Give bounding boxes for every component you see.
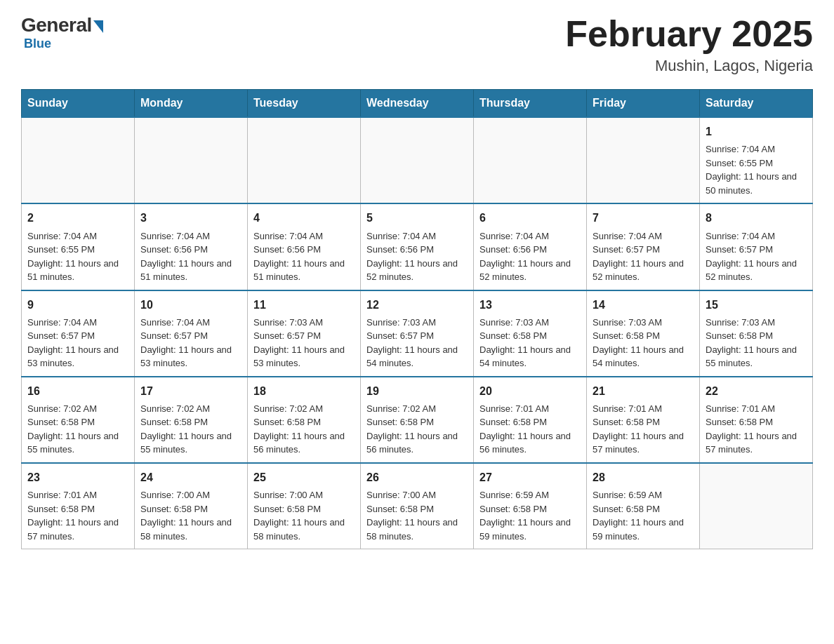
day-info: Sunrise: 7:04 AMSunset: 6:55 PMDaylight:…	[27, 229, 128, 284]
calendar-cell: 26Sunrise: 7:00 AMSunset: 6:58 PMDayligh…	[361, 463, 474, 549]
day-number: 6	[479, 210, 581, 226]
day-number: 15	[706, 297, 807, 313]
day-info: Sunrise: 7:04 AMSunset: 6:57 PMDaylight:…	[593, 229, 694, 284]
calendar-cell: 5Sunrise: 7:04 AMSunset: 6:56 PMDaylight…	[361, 203, 474, 290]
calendar-cell: 1Sunrise: 7:04 AMSunset: 6:55 PMDaylight…	[700, 117, 813, 203]
day-info: Sunrise: 7:01 AMSunset: 6:58 PMDaylight:…	[593, 402, 694, 457]
weekday-header-friday: Friday	[587, 90, 700, 118]
page-header: General Blue February 2025 Mushin, Lagos…	[21, 14, 813, 75]
weekday-header-wednesday: Wednesday	[361, 90, 474, 118]
day-number: 7	[593, 210, 694, 226]
day-info: Sunrise: 7:04 AMSunset: 6:57 PMDaylight:…	[27, 316, 128, 370]
logo: General Blue	[21, 14, 103, 51]
weekday-header-monday: Monday	[135, 90, 248, 118]
day-number: 3	[140, 210, 241, 226]
day-number: 13	[479, 297, 581, 313]
calendar-cell: 11Sunrise: 7:03 AMSunset: 6:57 PMDayligh…	[248, 290, 361, 377]
calendar-cell: 15Sunrise: 7:03 AMSunset: 6:58 PMDayligh…	[700, 290, 813, 377]
day-info: Sunrise: 7:02 AMSunset: 6:58 PMDaylight:…	[140, 402, 241, 457]
day-info: Sunrise: 7:03 AMSunset: 6:58 PMDaylight:…	[479, 316, 581, 370]
week-row-4: 16Sunrise: 7:02 AMSunset: 6:58 PMDayligh…	[22, 377, 813, 463]
calendar-cell: 20Sunrise: 7:01 AMSunset: 6:58 PMDayligh…	[474, 377, 587, 463]
day-info: Sunrise: 6:59 AMSunset: 6:58 PMDaylight:…	[593, 488, 694, 543]
day-info: Sunrise: 7:01 AMSunset: 6:58 PMDaylight:…	[479, 402, 581, 457]
calendar-cell	[587, 117, 700, 203]
day-number: 24	[140, 469, 241, 485]
calendar-cell	[700, 463, 813, 549]
day-number: 8	[706, 210, 807, 226]
calendar-cell: 6Sunrise: 7:04 AMSunset: 6:56 PMDaylight…	[474, 203, 587, 290]
day-info: Sunrise: 7:04 AMSunset: 6:57 PMDaylight:…	[706, 229, 807, 284]
calendar-cell: 28Sunrise: 6:59 AMSunset: 6:58 PMDayligh…	[587, 463, 700, 549]
calendar-cell: 9Sunrise: 7:04 AMSunset: 6:57 PMDaylight…	[22, 290, 135, 377]
day-number: 19	[366, 383, 468, 399]
day-number: 27	[479, 469, 581, 485]
day-info: Sunrise: 7:03 AMSunset: 6:57 PMDaylight:…	[253, 316, 355, 370]
week-row-3: 9Sunrise: 7:04 AMSunset: 6:57 PMDaylight…	[22, 290, 813, 377]
calendar-cell: 24Sunrise: 7:00 AMSunset: 6:58 PMDayligh…	[135, 463, 248, 549]
calendar-cell: 18Sunrise: 7:02 AMSunset: 6:58 PMDayligh…	[248, 377, 361, 463]
day-info: Sunrise: 7:01 AMSunset: 6:58 PMDaylight:…	[706, 402, 807, 457]
day-number: 20	[479, 383, 581, 399]
calendar-cell: 22Sunrise: 7:01 AMSunset: 6:58 PMDayligh…	[700, 377, 813, 463]
calendar-cell: 19Sunrise: 7:02 AMSunset: 6:58 PMDayligh…	[361, 377, 474, 463]
title-block: February 2025 Mushin, Lagos, Nigeria	[565, 14, 813, 75]
day-number: 14	[593, 297, 694, 313]
calendar-table: SundayMondayTuesdayWednesdayThursdayFrid…	[21, 89, 813, 549]
day-number: 5	[366, 210, 468, 226]
week-row-2: 2Sunrise: 7:04 AMSunset: 6:55 PMDaylight…	[22, 203, 813, 290]
day-info: Sunrise: 7:02 AMSunset: 6:58 PMDaylight:…	[366, 402, 468, 457]
day-info: Sunrise: 7:00 AMSunset: 6:58 PMDaylight:…	[140, 488, 241, 543]
calendar-cell: 3Sunrise: 7:04 AMSunset: 6:56 PMDaylight…	[135, 203, 248, 290]
calendar-cell: 16Sunrise: 7:02 AMSunset: 6:58 PMDayligh…	[22, 377, 135, 463]
day-number: 1	[706, 123, 807, 140]
calendar-cell: 21Sunrise: 7:01 AMSunset: 6:58 PMDayligh…	[587, 377, 700, 463]
day-number: 17	[140, 383, 241, 399]
day-number: 10	[140, 297, 241, 313]
calendar-cell	[248, 117, 361, 203]
location-text: Mushin, Lagos, Nigeria	[565, 57, 813, 75]
weekday-header-row: SundayMondayTuesdayWednesdayThursdayFrid…	[22, 90, 813, 118]
calendar-cell: 27Sunrise: 6:59 AMSunset: 6:58 PMDayligh…	[474, 463, 587, 549]
calendar-cell: 23Sunrise: 7:01 AMSunset: 6:58 PMDayligh…	[22, 463, 135, 549]
day-number: 18	[253, 383, 355, 399]
day-info: Sunrise: 7:04 AMSunset: 6:56 PMDaylight:…	[140, 229, 241, 284]
week-row-5: 23Sunrise: 7:01 AMSunset: 6:58 PMDayligh…	[22, 463, 813, 549]
day-info: Sunrise: 7:01 AMSunset: 6:58 PMDaylight:…	[27, 488, 128, 543]
calendar-cell	[474, 117, 587, 203]
day-info: Sunrise: 7:02 AMSunset: 6:58 PMDaylight:…	[27, 402, 128, 457]
day-info: Sunrise: 7:00 AMSunset: 6:58 PMDaylight:…	[253, 488, 355, 543]
day-info: Sunrise: 6:59 AMSunset: 6:58 PMDaylight:…	[479, 488, 581, 543]
week-row-1: 1Sunrise: 7:04 AMSunset: 6:55 PMDaylight…	[22, 117, 813, 203]
calendar-cell: 14Sunrise: 7:03 AMSunset: 6:58 PMDayligh…	[587, 290, 700, 377]
day-number: 23	[27, 469, 128, 485]
month-title: February 2025	[565, 14, 813, 54]
day-info: Sunrise: 7:03 AMSunset: 6:57 PMDaylight:…	[366, 316, 468, 370]
calendar-cell	[135, 117, 248, 203]
day-info: Sunrise: 7:04 AMSunset: 6:56 PMDaylight:…	[479, 229, 581, 284]
logo-arrow-icon	[93, 20, 103, 33]
day-info: Sunrise: 7:04 AMSunset: 6:56 PMDaylight:…	[366, 229, 468, 284]
day-number: 28	[593, 469, 694, 485]
calendar-cell	[361, 117, 474, 203]
calendar-cell: 4Sunrise: 7:04 AMSunset: 6:56 PMDaylight…	[248, 203, 361, 290]
day-number: 12	[366, 297, 468, 313]
calendar-cell: 2Sunrise: 7:04 AMSunset: 6:55 PMDaylight…	[22, 203, 135, 290]
weekday-header-tuesday: Tuesday	[248, 90, 361, 118]
day-number: 22	[706, 383, 807, 399]
weekday-header-thursday: Thursday	[474, 90, 587, 118]
day-info: Sunrise: 7:04 AMSunset: 6:57 PMDaylight:…	[140, 316, 241, 370]
day-number: 25	[253, 469, 355, 485]
day-info: Sunrise: 7:00 AMSunset: 6:58 PMDaylight:…	[366, 488, 468, 543]
day-info: Sunrise: 7:04 AMSunset: 6:55 PMDaylight:…	[706, 142, 807, 197]
logo-blue-text: Blue	[24, 36, 51, 51]
day-number: 26	[366, 469, 468, 485]
day-info: Sunrise: 7:03 AMSunset: 6:58 PMDaylight:…	[593, 316, 694, 370]
day-number: 2	[27, 210, 128, 226]
calendar-cell: 12Sunrise: 7:03 AMSunset: 6:57 PMDayligh…	[361, 290, 474, 377]
day-info: Sunrise: 7:03 AMSunset: 6:58 PMDaylight:…	[706, 316, 807, 370]
day-number: 21	[593, 383, 694, 399]
calendar-cell: 7Sunrise: 7:04 AMSunset: 6:57 PMDaylight…	[587, 203, 700, 290]
day-info: Sunrise: 7:02 AMSunset: 6:58 PMDaylight:…	[253, 402, 355, 457]
day-number: 16	[27, 383, 128, 399]
